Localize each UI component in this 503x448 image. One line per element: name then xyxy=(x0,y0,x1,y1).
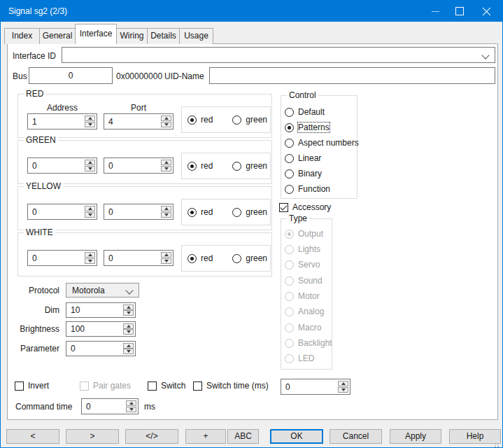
spinner-up-button[interactable] xyxy=(85,115,95,121)
spinner-down-button[interactable] xyxy=(161,122,171,127)
type-led-radio: LED xyxy=(285,354,314,363)
spinner-up-button[interactable] xyxy=(123,343,134,349)
spinner-up-button[interactable] xyxy=(161,206,171,211)
switch-checkbox[interactable]: Switch xyxy=(148,381,185,391)
tab-interface[interactable]: Interface xyxy=(75,24,117,44)
pair-gates-label: Pair gates xyxy=(93,381,131,391)
tab-usage[interactable]: Usage xyxy=(179,28,213,44)
chevron-down-icon xyxy=(481,51,489,59)
red-address-spinner[interactable]: 1 xyxy=(27,113,97,130)
green-gate-green-radio[interactable]: green xyxy=(232,161,267,171)
spinner-down-button[interactable] xyxy=(161,212,171,218)
maximize-button[interactable] xyxy=(447,1,472,22)
green-gate-red-radio[interactable]: red xyxy=(187,161,213,171)
tab-index[interactable]: Index xyxy=(4,28,40,44)
type-lights-radio: Lights xyxy=(285,244,320,254)
invert-checkbox[interactable]: Invert xyxy=(15,381,49,391)
radio-icon xyxy=(285,245,294,254)
spinner-down-button[interactable] xyxy=(123,310,134,316)
spinner-down-button[interactable] xyxy=(85,166,95,172)
brightness-spinner[interactable]: 100 xyxy=(66,321,136,337)
parameter-spinner[interactable]: 0 xyxy=(66,341,136,356)
green-port-spinner[interactable]: 0 xyxy=(104,158,173,174)
next-button[interactable]: > xyxy=(66,429,119,444)
spinner-up-button[interactable] xyxy=(85,252,95,258)
spinner-up-button[interactable] xyxy=(161,115,171,121)
spinner-up-button[interactable] xyxy=(85,160,95,165)
switch-time-checkbox[interactable]: Switch time (ms) xyxy=(193,381,269,391)
minimize-button[interactable] xyxy=(423,1,447,22)
spinner-up-button[interactable] xyxy=(161,252,171,258)
control-aspect-numbers-radio[interactable]: Aspect numbers xyxy=(285,138,359,148)
white-gate-green-radio[interactable]: green xyxy=(232,253,267,263)
spinner-down-button[interactable] xyxy=(85,122,95,127)
checkbox-icon xyxy=(80,382,89,391)
red-gate-green-radio[interactable]: green xyxy=(232,115,267,125)
close-button[interactable] xyxy=(471,1,502,22)
control-linear-radio[interactable]: Linear xyxy=(285,153,321,163)
cancel-button[interactable]: Cancel xyxy=(330,429,382,444)
spinner-down-button[interactable] xyxy=(123,349,134,354)
yellow-port-spinner[interactable]: 0 xyxy=(104,204,173,220)
control-patterns-radio[interactable]: Patterns xyxy=(285,122,330,132)
radio-icon xyxy=(285,230,294,239)
tab-wiring[interactable]: Wiring xyxy=(116,28,148,44)
radio-icon xyxy=(232,254,241,263)
interface-id-value xyxy=(62,48,495,50)
spinner-up-button[interactable] xyxy=(123,323,134,329)
red-gate-red-radio[interactable]: red xyxy=(187,115,213,125)
spinner-up-button[interactable] xyxy=(161,160,171,165)
control-function-radio[interactable]: Function xyxy=(285,184,330,194)
spinner-up-button[interactable] xyxy=(123,304,134,310)
accessory-checkbox[interactable]: Accessory xyxy=(279,202,331,212)
interface-id-combobox[interactable] xyxy=(62,47,495,63)
white-port-spinner[interactable]: 0 xyxy=(104,250,173,266)
bus-field[interactable]: 0 xyxy=(29,67,113,84)
red-port-spinner[interactable]: 4 xyxy=(104,113,173,130)
green-address-spinner[interactable]: 0 xyxy=(27,158,97,174)
window-title: Signal sg2 (2/3) xyxy=(8,6,67,16)
spinner-down-button[interactable] xyxy=(85,258,95,264)
abc-button[interactable]: ABC xyxy=(227,429,259,444)
radio-icon xyxy=(285,108,294,117)
resize-grip[interactable] xyxy=(497,443,499,444)
protocol-dropdown[interactable]: Motorola xyxy=(66,283,139,298)
type-macro-radio: Macro xyxy=(285,323,321,332)
control-binary-radio[interactable]: Binary xyxy=(285,169,322,178)
type-output-radio: Output xyxy=(285,229,323,239)
radio-icon xyxy=(285,323,294,332)
checkbox-icon xyxy=(148,382,157,391)
yellow-gate-red-radio[interactable]: red xyxy=(187,207,213,217)
spinner-up-button[interactable] xyxy=(338,381,348,386)
white-gate-red-radio[interactable]: red xyxy=(187,253,213,263)
yellow-gate-green-radio[interactable]: green xyxy=(232,207,267,217)
spinner-down-button[interactable] xyxy=(126,407,136,412)
spinner-down-button[interactable] xyxy=(338,387,348,393)
yellow-address-spinner[interactable]: 0 xyxy=(27,204,97,220)
spinner-up-button[interactable] xyxy=(126,400,136,406)
tab-details[interactable]: Details xyxy=(147,28,180,44)
radio-icon xyxy=(285,123,294,132)
help-button[interactable]: Help xyxy=(449,429,501,444)
apply-button[interactable]: Apply xyxy=(390,429,441,444)
spinner-down-button[interactable] xyxy=(161,166,171,172)
add-button[interactable]: + xyxy=(185,429,226,444)
radio-icon xyxy=(187,115,197,125)
control-default-radio[interactable]: Default xyxy=(285,107,325,117)
dim-spinner[interactable]: 10 xyxy=(66,302,136,318)
command-time-spinner[interactable]: 0 xyxy=(81,398,139,414)
xml-button[interactable]: </> xyxy=(125,429,178,444)
tab-general[interactable]: General xyxy=(39,28,76,44)
spinner-down-button[interactable] xyxy=(161,258,171,264)
titlebar[interactable]: Signal sg2 (2/3) xyxy=(1,1,502,22)
spinner-down-button[interactable] xyxy=(85,212,95,218)
prev-button[interactable]: < xyxy=(6,429,59,444)
white-address-spinner[interactable]: 0 xyxy=(27,250,97,266)
radio-icon xyxy=(285,354,294,363)
uid-name-field[interactable] xyxy=(209,67,495,84)
spinner-down-button[interactable] xyxy=(123,329,134,335)
switch-time-spinner[interactable]: 0 xyxy=(281,379,350,395)
spinner-up-button[interactable] xyxy=(85,206,95,211)
red-port-label: Port xyxy=(104,103,173,113)
ok-button[interactable]: OK xyxy=(270,429,323,444)
